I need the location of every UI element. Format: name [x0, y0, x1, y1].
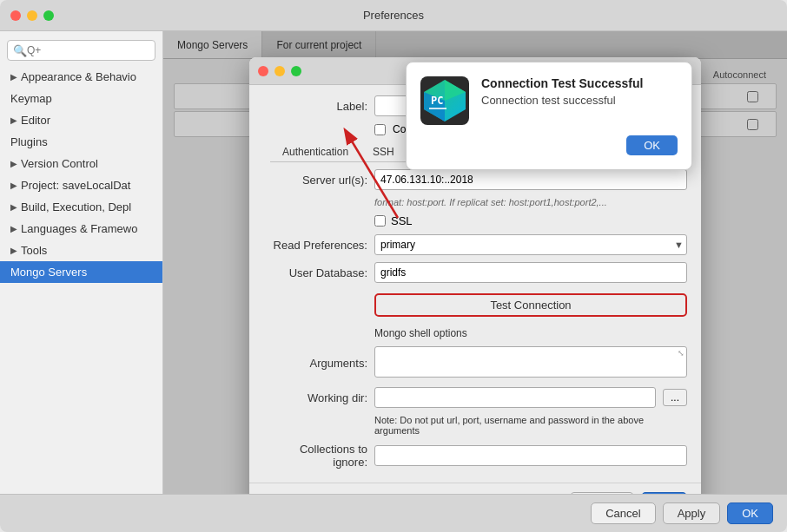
search-box[interactable]: 🔍 — [7, 40, 155, 61]
server-url-hint: format: host:port. If replicat set: host… — [374, 197, 687, 207]
arguments-row: Arguments: ⤡ — [263, 346, 687, 380]
dialog-bottom: Cancel OK — [249, 483, 701, 494]
popup-text: Connection Test Successful Connection te… — [481, 76, 643, 107]
sidebar-item-build[interactable]: ▶ Build, Execution, Depl — [0, 196, 162, 218]
search-input[interactable] — [27, 44, 149, 56]
working-dir-label: Working dir: — [263, 391, 367, 404]
sidebar-item-label: Keymap — [10, 92, 52, 105]
popup-ok-row: OK — [420, 135, 678, 155]
connection-checkbox[interactable] — [374, 124, 386, 135]
read-prefs-row: Read Preferences: primary secondary prim… — [263, 234, 687, 255]
user-db-input[interactable] — [374, 262, 687, 283]
sidebar-item-tools[interactable]: ▶ Tools — [0, 240, 162, 261]
arguments-label: Arguments: — [263, 357, 367, 370]
sidebar-item-appearance[interactable]: ▶ Appearance & Behavio — [0, 66, 162, 88]
dialog-cancel-button[interactable]: Cancel — [570, 492, 634, 494]
sidebar-item-label: Project: saveLocalDat — [21, 179, 130, 192]
sidebar-item-keymap[interactable]: Keymap — [0, 88, 162, 109]
dialog-tab-ssh[interactable]: SSH — [360, 142, 407, 161]
sidebar-item-label: Tools — [21, 244, 47, 257]
dialog-minimize-button[interactable] — [274, 66, 285, 76]
title-bar: Preferences — [0, 0, 787, 31]
ssl-checkbox[interactable] — [374, 215, 386, 227]
label-field-label: Label: — [263, 100, 367, 113]
arguments-note: Note: Do not put url, port, username and… — [374, 415, 687, 436]
window-controls — [10, 10, 54, 21]
dialog-close-button[interactable] — [258, 66, 268, 76]
sidebar-item-label: Appearance & Behavio — [21, 70, 136, 83]
pc-logo-icon: PC — [420, 76, 469, 125]
sidebar-item-label: Editor — [21, 114, 50, 127]
bottom-bar: Cancel Apply OK — [0, 494, 787, 532]
arrow-icon: ▶ — [10, 159, 17, 168]
sidebar-item-label: Plugins — [10, 135, 48, 148]
dialog-overlay: PC Connection Test Successful Connection… — [163, 31, 787, 494]
sidebar-item-version-control[interactable]: ▶ Version Control — [0, 153, 162, 174]
arrow-icon: ▶ — [10, 202, 17, 212]
apply-button[interactable]: Apply — [663, 502, 721, 524]
sidebar-item-languages[interactable]: ▶ Languages & Framewo — [0, 218, 162, 240]
ssl-label: SSL — [391, 214, 413, 227]
preferences-window: Preferences 🔍 ▶ Appearance & Behavio Key… — [0, 0, 787, 532]
user-db-label: User Database: — [263, 266, 367, 279]
user-db-row: User Database: — [263, 262, 687, 283]
collections-row: Collections to ignore: — [263, 443, 687, 469]
dialog-ok-button[interactable]: OK — [641, 492, 687, 494]
dialog-window-controls — [258, 66, 301, 76]
sidebar-item-label: Version Control — [21, 157, 98, 170]
sidebar-item-label: Languages & Framewo — [21, 222, 137, 235]
sidebar-item-editor[interactable]: ▶ Editor — [0, 109, 162, 131]
arrow-icon: ▶ — [10, 224, 17, 233]
sidebar: 🔍 ▶ Appearance & Behavio Keymap ▶ Editor… — [0, 31, 163, 494]
arguments-input[interactable] — [374, 346, 687, 378]
dialog-maximize-button[interactable] — [291, 66, 301, 76]
dialog-tab-authentication[interactable]: Authentication — [270, 142, 360, 161]
search-icon: 🔍 — [13, 44, 27, 57]
ssl-row: SSL — [374, 214, 687, 227]
cancel-button[interactable]: Cancel — [591, 502, 655, 524]
expand-icon: ⤡ — [678, 349, 684, 358]
minimize-button[interactable] — [27, 10, 37, 21]
main-content: 🔍 ▶ Appearance & Behavio Keymap ▶ Editor… — [0, 31, 787, 494]
sidebar-item-project[interactable]: ▶ Project: saveLocalDat — [0, 174, 162, 196]
server-url-input[interactable] — [374, 169, 687, 190]
sidebar-item-plugins[interactable]: Plugins — [0, 131, 162, 153]
right-panel: Mongo Servers For current project Autoco… — [163, 31, 787, 494]
svg-rect-5 — [429, 108, 446, 109]
popup-message: Connection test successful — [481, 94, 643, 107]
maximize-button[interactable] — [43, 10, 54, 21]
arrow-icon: ▶ — [10, 181, 17, 190]
server-url-row: Server url(s): — [263, 169, 687, 190]
sidebar-item-mongo-servers[interactable]: Mongo Servers — [0, 261, 162, 283]
test-connection-button[interactable]: Test Connection — [374, 293, 687, 317]
collections-label: Collections to ignore: — [263, 443, 367, 469]
arguments-textarea-wrapper: ⤡ — [374, 346, 687, 380]
arrow-icon: ▶ — [10, 72, 17, 82]
read-prefs-select[interactable]: primary secondary primaryPreferred secon… — [374, 234, 687, 255]
collections-input[interactable] — [374, 445, 687, 466]
read-prefs-select-wrapper: primary secondary primaryPreferred secon… — [374, 234, 687, 255]
working-dir-row: Working dir: ... — [263, 387, 687, 408]
working-dir-browse-button[interactable]: ... — [663, 389, 687, 406]
ok-button[interactable]: OK — [727, 502, 773, 524]
sidebar-item-label: Build, Execution, Depl — [21, 200, 131, 213]
svg-text:PC: PC — [431, 95, 443, 107]
window-title: Preferences — [363, 9, 424, 22]
connection-success-popup: PC Connection Test Successful Connection… — [406, 62, 692, 170]
server-url-label: Server url(s): — [263, 174, 367, 187]
arrow-icon: ▶ — [10, 115, 17, 125]
close-button[interactable] — [10, 10, 21, 21]
popup-ok-button[interactable]: OK — [626, 135, 678, 155]
read-prefs-label: Read Preferences: — [263, 239, 367, 252]
mongo-shell-section-title: Mongo shell options — [374, 327, 687, 339]
arrow-icon: ▶ — [10, 246, 17, 255]
working-dir-input[interactable] — [374, 387, 656, 408]
popup-content: PC Connection Test Successful Connection… — [420, 76, 678, 125]
sidebar-item-label: Mongo Servers — [10, 266, 87, 279]
popup-title: Connection Test Successful — [481, 76, 643, 90]
